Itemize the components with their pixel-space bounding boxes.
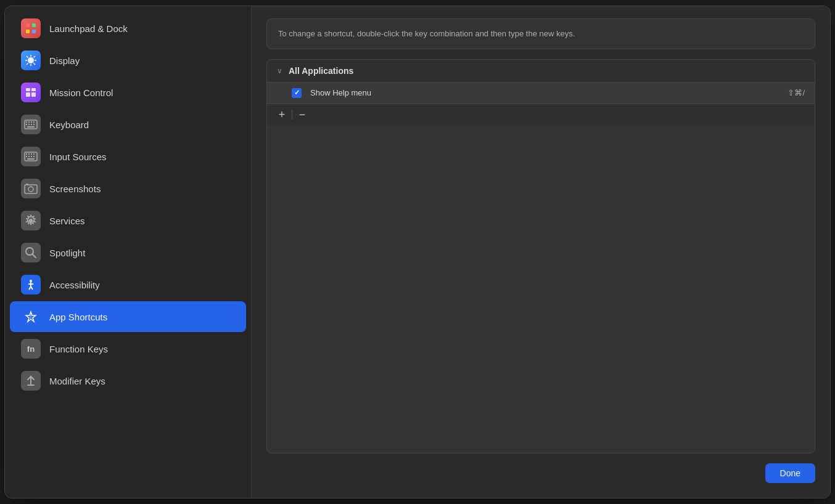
display-icon (21, 51, 41, 70)
launchpad-icon (21, 18, 41, 38)
sidebar-item-screenshots[interactable]: Screenshots (10, 173, 246, 204)
sidebar-item-accessibility[interactable]: Accessibility (10, 269, 246, 300)
svg-rect-21 (33, 121, 35, 123)
svg-rect-19 (28, 121, 30, 123)
sidebar-item-label-mission: Mission Control (49, 87, 113, 98)
section-title: All Applications (289, 66, 353, 76)
svg-rect-0 (26, 23, 30, 27)
svg-point-4 (28, 57, 34, 63)
svg-rect-28 (26, 153, 27, 155)
divider (292, 110, 292, 120)
keyboard-shortcuts-window: Launchpad & DockDisplayMission ControlKe… (4, 6, 831, 498)
svg-rect-29 (28, 153, 30, 155)
svg-rect-14 (31, 88, 36, 91)
shortcut-keys: ⇧⌘/ (788, 88, 805, 97)
svg-line-10 (34, 63, 36, 65)
show-help-checkbox[interactable]: ✓ (292, 88, 302, 98)
svg-rect-31 (33, 153, 35, 155)
svg-rect-3 (32, 30, 36, 33)
svg-line-11 (34, 56, 36, 58)
sidebar-item-label-launchpad: Launchpad & Dock (49, 23, 128, 34)
shortcuts-panel: ∨ All Applications ✓ Show Help menu ⇧⌘/ … (266, 59, 815, 454)
services-icon (21, 211, 41, 230)
svg-rect-24 (31, 124, 32, 125)
svg-rect-22 (26, 124, 27, 125)
sidebar-item-label-screenshots: Screenshots (49, 184, 101, 194)
sidebar-item-label-display: Display (49, 55, 80, 66)
add-shortcut-button[interactable]: + (273, 108, 290, 121)
svg-rect-36 (27, 158, 35, 160)
mission-icon (21, 83, 41, 102)
svg-rect-30 (31, 153, 32, 155)
screenshots-icon (21, 179, 41, 198)
footer: Done (266, 453, 815, 486)
sidebar-item-mission[interactable]: Mission Control (10, 77, 246, 108)
appshortcuts-icon (21, 307, 41, 327)
sidebar-item-input[interactable]: Input Sources (10, 141, 246, 172)
svg-rect-16 (31, 92, 36, 97)
all-applications-section[interactable]: ∨ All Applications (267, 60, 815, 83)
checkmark-icon: ✓ (294, 89, 300, 97)
svg-rect-33 (28, 156, 30, 157)
svg-line-9 (27, 56, 28, 58)
input-icon (21, 147, 41, 166)
sidebar-item-label-function: Function Keys (49, 344, 108, 354)
sidebar-item-function[interactable]: fnFunction Keys (10, 333, 246, 364)
main-content: To change a shortcut, double-click the k… (252, 6, 830, 498)
svg-point-41 (26, 248, 33, 255)
sidebar-item-modifier[interactable]: Modifier Keys (10, 365, 246, 396)
info-text: To change a shortcut, double-click the k… (278, 29, 575, 38)
remove-shortcut-button[interactable]: − (294, 108, 311, 121)
svg-rect-13 (26, 88, 30, 91)
accessibility-icon (21, 275, 41, 295)
svg-rect-37 (25, 185, 37, 193)
add-remove-bar: + − (267, 104, 815, 125)
info-box: To change a shortcut, double-click the k… (266, 18, 815, 49)
function-icon: fn (21, 339, 41, 359)
svg-rect-23 (28, 124, 30, 125)
sidebar-item-label-accessibility: Accessibility (49, 280, 100, 290)
sidebar-item-label-keyboard: Keyboard (49, 120, 89, 130)
spotlight-icon (21, 243, 41, 262)
svg-rect-25 (33, 124, 35, 125)
sidebar-item-label-services: Services (49, 216, 85, 226)
shortcut-name: Show Help menu (310, 88, 779, 97)
svg-point-38 (28, 187, 33, 192)
sidebar-item-services[interactable]: Services (10, 205, 246, 236)
svg-rect-2 (26, 30, 30, 33)
sidebar-item-spotlight[interactable]: Spotlight (10, 237, 246, 268)
shortcut-row: ✓ Show Help menu ⇧⌘/ (267, 83, 815, 104)
svg-rect-34 (31, 156, 32, 157)
svg-line-47 (31, 287, 33, 290)
modifier-icon (21, 371, 41, 391)
svg-rect-18 (26, 121, 27, 123)
svg-rect-15 (26, 92, 30, 97)
sidebar-item-label-modifier: Modifier Keys (49, 376, 105, 386)
done-button[interactable]: Done (765, 463, 815, 483)
svg-rect-1 (32, 23, 36, 27)
sidebar-item-label-appshortcuts: App Shortcuts (49, 312, 107, 322)
svg-rect-35 (33, 156, 35, 157)
svg-line-42 (33, 254, 36, 258)
sidebar-item-label-spotlight: Spotlight (49, 248, 85, 258)
svg-point-43 (30, 280, 32, 282)
svg-line-12 (27, 63, 28, 65)
sidebar-item-appshortcuts[interactable]: App Shortcuts (10, 301, 246, 332)
keyboard-icon (21, 115, 41, 134)
svg-rect-20 (31, 121, 32, 123)
sidebar-item-label-input: Input Sources (49, 152, 107, 162)
sidebar-item-keyboard[interactable]: Keyboard (10, 109, 246, 140)
sidebar-item-display[interactable]: Display (10, 45, 246, 76)
svg-rect-26 (27, 126, 35, 128)
sidebar-item-launchpad[interactable]: Launchpad & Dock (10, 13, 246, 44)
svg-rect-39 (26, 184, 28, 185)
svg-point-40 (29, 219, 33, 222)
sidebar: Launchpad & DockDisplayMission ControlKe… (5, 6, 252, 498)
chevron-icon: ∨ (277, 67, 282, 75)
svg-rect-32 (26, 156, 27, 157)
